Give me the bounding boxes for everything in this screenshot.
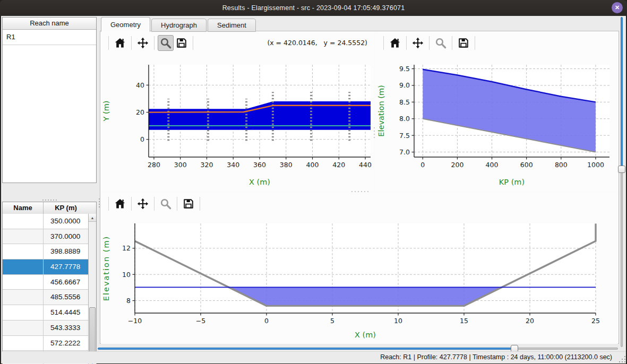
cursor-coordinates: (x = 420.0146, y = 24.5552) [267,32,367,54]
zoom-button[interactable] [158,196,174,212]
kp-cell[interactable]: 427.7778 [44,259,88,274]
y-axis-label: Elevation (m) [377,85,385,136]
svg-text:25: 25 [591,317,600,325]
svg-text:40: 40 [136,81,144,89]
kp-cell[interactable]: 398.8889 [44,244,88,259]
table-row[interactable]: 398.8889 [3,244,88,259]
timestamp-slider-empty-track[interactable] [514,348,618,350]
home-button[interactable] [112,35,128,51]
name-cell[interactable] [3,290,44,305]
zoom-button[interactable] [433,35,449,51]
profile-table-scrollbar[interactable]: ▲ ▼ [88,214,96,364]
table-row[interactable]: 572.2222 [3,336,88,351]
scrollbar-up-arrow-icon[interactable]: ▲ [89,214,96,222]
svg-text:420: 420 [332,161,345,169]
svg-text:7.0: 7.0 [399,148,410,156]
tab-hydrograph[interactable]: Hydrograph [151,19,207,32]
tab-bar: GeometryHydrographSediment [101,17,257,32]
name-cell[interactable] [3,214,44,229]
profile-table: Name KP (m) 350.0000370.0000398.8889427.… [2,202,97,364]
name-cell[interactable] [3,229,44,244]
pan-button[interactable] [135,196,151,212]
svg-text:0: 0 [420,161,425,169]
svg-text:600: 600 [520,161,533,169]
svg-text:400: 400 [306,161,319,169]
reach-list-item-r1[interactable]: R1 [3,30,96,45]
table-row[interactable]: 427.7778 [3,259,88,275]
name-cell[interactable] [3,305,44,320]
svg-text:8: 8 [126,297,131,305]
svg-text:20: 20 [136,108,144,116]
svg-text:360: 360 [253,161,266,169]
home-button[interactable] [387,35,403,51]
name-cell[interactable] [3,336,44,351]
svg-text:1000: 1000 [587,161,604,169]
save-button[interactable] [456,35,471,51]
x-axis-label: X (m) [249,178,270,186]
svg-text:10: 10 [122,271,131,279]
long-profile-figure: 020040060080010007.07.58.08.59.09.5KP (m… [376,32,618,191]
profile-slider[interactable] [618,17,625,347]
pan-button[interactable] [410,35,426,51]
profile-toolbar [376,32,618,54]
kp-cell[interactable]: 456.6667 [44,275,88,290]
svg-text:9.5: 9.5 [399,65,410,73]
svg-text:9.0: 9.0 [399,81,410,89]
long-profile-canvas[interactable]: 020040060080010007.07.58.08.59.09.5KP (m… [376,54,617,190]
sidebar-splitter-handle[interactable] [36,198,63,201]
table-row[interactable]: 543.3333 [3,320,88,336]
kp-cell[interactable]: 514.4445 [44,305,88,320]
svg-text:−5: −5 [196,317,205,325]
name-cell[interactable] [3,275,44,290]
y-axis-label: Elevation (m) [102,236,110,301]
svg-text:320: 320 [201,161,213,169]
table-row[interactable]: 370.0000 [3,229,88,245]
kp-cell[interactable]: 370.0000 [44,229,88,244]
svg-text:300: 300 [174,161,187,169]
table-row[interactable]: 485.5556 [3,290,88,305]
profile-table-header: Name KP (m) [3,202,96,214]
window-titlebar: Results - Elargissement - src - 2023-09-… [0,0,627,16]
window-close-button[interactable]: ✕ [612,2,623,13]
profile-slider-handle[interactable] [618,166,625,173]
plan-view-canvas[interactable]: 28030032034036038040042044002040X (m)Y (… [101,54,374,190]
svg-text:12: 12 [122,244,131,252]
svg-text:20: 20 [526,317,534,325]
figure-splitter-vertical[interactable] [373,127,375,152]
cross-section-canvas[interactable]: −10−5051015202581012X (m)Elevation (m) [101,215,617,343]
tab-geometry[interactable]: Geometry [101,17,150,32]
svg-text:0: 0 [140,135,144,143]
profile-slider-empty-track[interactable] [621,169,623,347]
home-button[interactable] [112,196,128,212]
name-cell[interactable] [3,244,44,259]
kp-cell[interactable]: 572.2222 [44,336,88,351]
name-cell[interactable] [3,320,44,335]
column-header-name[interactable]: Name [3,202,44,214]
svg-text:8.5: 8.5 [399,98,410,106]
profile-table-body: 350.0000370.0000398.8889427.7778456.6667… [3,214,88,364]
plan-toolbar: (x = 420.0146, y = 24.5552) [101,32,374,54]
status-bar: Reach: R1 | Profile: 427.7778 | Timestam… [1,351,626,363]
svg-text:340: 340 [227,161,239,169]
timestamp-slider-filled-track[interactable] [98,348,514,350]
kp-cell[interactable]: 543.3333 [44,320,88,335]
zoom-button[interactable] [158,35,174,51]
name-cell[interactable] [3,259,44,274]
resize-grip[interactable] [619,356,625,362]
table-row[interactable]: 514.4445 [3,305,88,320]
svg-text:−10: −10 [128,317,142,325]
reach-list: Reach name R1 [2,17,97,183]
save-button[interactable] [174,35,190,51]
table-row[interactable]: 456.6667 [3,275,88,290]
tab-sediment[interactable]: Sediment [208,19,256,32]
save-button[interactable] [181,196,196,212]
figure-splitter-horizontal[interactable] [351,190,381,193]
pan-button[interactable] [135,35,151,51]
column-header-kp[interactable]: KP (m) [44,202,88,214]
svg-text:380: 380 [280,161,293,169]
x-axis-label: X (m) [355,331,376,339]
kp-cell[interactable]: 350.0000 [44,214,88,229]
profile-slider-filled-track[interactable] [621,17,623,169]
table-row[interactable]: 350.0000 [3,214,88,229]
kp-cell[interactable]: 485.5556 [44,290,88,305]
